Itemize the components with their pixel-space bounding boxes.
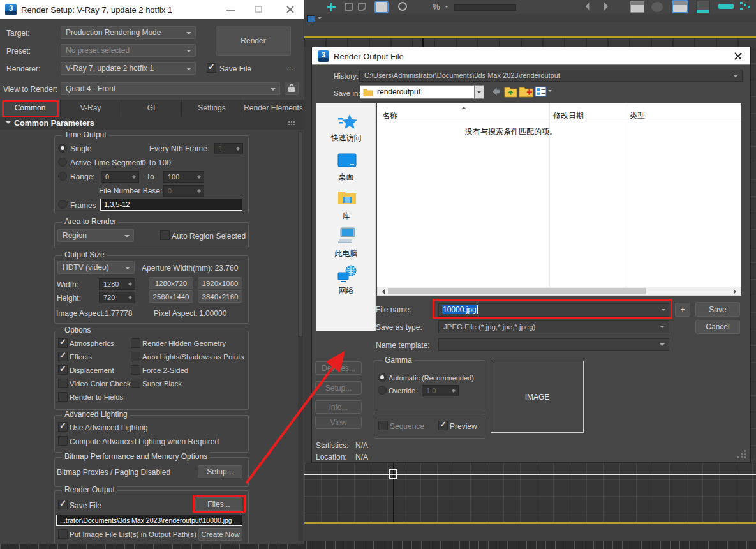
- preset-3840x2160-button[interactable]: 3840x2160: [198, 290, 242, 303]
- use-advanced-lighting-checkbox[interactable]: [58, 422, 68, 432]
- back-arrow-icon[interactable]: [491, 86, 501, 97]
- column-header-type[interactable]: 类型: [630, 110, 645, 121]
- renderer-dropdown[interactable]: V-Ray 7, update 2 hotfix 1: [61, 62, 196, 75]
- column-header-name[interactable]: 名称: [382, 110, 397, 121]
- create-new-folder-icon[interactable]: [519, 86, 533, 98]
- percent-snap-icon[interactable]: %: [433, 2, 440, 11]
- render-output-save-file-checkbox[interactable]: [58, 500, 68, 509]
- spinner-arrows-icon[interactable]: [128, 280, 134, 289]
- viewport-grid[interactable]: [304, 463, 756, 522]
- spinner-arrows-icon[interactable]: [196, 172, 203, 181]
- libraries-icon[interactable]: [337, 189, 357, 206]
- close-icon[interactable]: [285, 4, 295, 15]
- sidebar-item-libraries[interactable]: 库: [316, 211, 376, 222]
- lock-view-button[interactable]: [285, 82, 299, 95]
- sidebar-item-this-pc[interactable]: 此电脑: [316, 248, 376, 259]
- resize-grip-icon[interactable]: [741, 453, 743, 455]
- sidebar-item-quick-access[interactable]: 快速访问: [316, 133, 376, 144]
- maximize-icon[interactable]: [255, 6, 262, 13]
- angle-snap-icon[interactable]: [358, 3, 366, 11]
- select-and-move-icon[interactable]: [327, 3, 336, 11]
- atmospherics-checkbox[interactable]: [58, 338, 68, 348]
- gamma-automatic-radio[interactable]: [378, 373, 387, 382]
- panel-scrollbar[interactable]: [298, 131, 303, 541]
- render-setup-icon[interactable]: [672, 0, 688, 13]
- common-parameters-rollout[interactable]: Common Parameters: [0, 117, 304, 130]
- up-one-level-icon[interactable]: [504, 86, 517, 98]
- scroll-right-icon[interactable]: [734, 289, 739, 294]
- percent-snap-flyout-icon[interactable]: [445, 6, 448, 10]
- increment-button[interactable]: +: [675, 303, 690, 317]
- rendered-frame-window-icon[interactable]: [718, 4, 734, 9]
- file-list[interactable]: 名称 修改日期 类型 没有与搜索条件匹配的项。: [377, 103, 741, 287]
- cancel-button[interactable]: Cancel: [695, 320, 740, 334]
- save-as-type-dropdown[interactable]: JPEG File (*.jpg,*.jpe,*.jpeg): [438, 320, 669, 333]
- quick-access-icon[interactable]: [337, 113, 359, 131]
- info-button[interactable]: Info...: [315, 400, 362, 414]
- spinner-arrows-icon[interactable]: [196, 186, 203, 195]
- output-path-field[interactable]: ...trator\Documents\3ds Max 2023\rendero…: [56, 515, 242, 526]
- active-segment-radio[interactable]: [58, 158, 67, 167]
- height-spinner[interactable]: 720: [99, 292, 135, 303]
- spinner-arrows-icon[interactable]: [235, 144, 242, 153]
- gamma-override-spinner[interactable]: 1.0: [422, 385, 459, 396]
- render-production-icon[interactable]: [740, 2, 743, 4]
- range-to-spinner[interactable]: 100: [163, 171, 204, 183]
- active-tool-icon[interactable]: [374, 1, 389, 13]
- snaps-toggle-icon[interactable]: [345, 3, 353, 11]
- scroll-left-icon[interactable]: [380, 289, 385, 294]
- range-radio[interactable]: [58, 172, 67, 181]
- align-icon[interactable]: [598, 2, 608, 11]
- view-menu-caret-icon[interactable]: [548, 90, 552, 94]
- output-file-titlebar[interactable]: 3 Render Output File: [312, 47, 750, 65]
- panel-scrollbar-thumb[interactable]: [299, 132, 302, 336]
- video-color-check-checkbox[interactable]: [58, 379, 68, 388]
- devices-button[interactable]: Devices...: [315, 361, 362, 375]
- tab-render-elements[interactable]: Render Elements: [242, 100, 304, 117]
- preset-dropdown[interactable]: No preset selected: [61, 44, 196, 57]
- preview-checkbox[interactable]: [438, 421, 448, 430]
- more-button[interactable]: ...: [286, 63, 293, 72]
- material-editor-icon[interactable]: [696, 1, 710, 13]
- tab-gi[interactable]: GI: [121, 100, 182, 117]
- put-image-list-checkbox[interactable]: [58, 529, 68, 539]
- setup-button[interactable]: Setup...: [315, 381, 362, 395]
- bitmap-setup-button[interactable]: Setup...: [198, 465, 242, 478]
- close-icon[interactable]: [733, 51, 743, 61]
- file-number-base-spinner[interactable]: 0: [163, 185, 204, 197]
- curve-editor-icon[interactable]: [651, 1, 663, 13]
- force-2-sided-checkbox[interactable]: [131, 365, 140, 375]
- preset-2560x1440-button[interactable]: 2560x1440: [149, 290, 193, 303]
- effects-checkbox[interactable]: [58, 352, 68, 361]
- name-template-dropdown[interactable]: [438, 338, 669, 351]
- layer-explorer-icon[interactable]: [630, 1, 644, 13]
- render-button[interactable]: Render: [216, 26, 291, 56]
- save-button[interactable]: Save: [695, 302, 740, 317]
- network-icon[interactable]: [337, 265, 357, 283]
- output-size-preset-dropdown[interactable]: HDTV (video): [57, 261, 135, 274]
- rollout-drag-handle-icon[interactable]: [288, 121, 290, 123]
- every-nth-spinner[interactable]: 1: [214, 143, 243, 154]
- horizontal-scrollbar[interactable]: [377, 287, 741, 296]
- viewport-layout-caret-icon[interactable]: [318, 17, 322, 21]
- sequence-checkbox[interactable]: [378, 421, 388, 430]
- preset-1280x720-button[interactable]: 1280x720: [149, 277, 193, 289]
- target-dropdown[interactable]: Production Rendering Mode: [61, 26, 196, 39]
- select-and-rotate-icon[interactable]: [398, 2, 407, 11]
- mirror-icon[interactable]: [586, 2, 596, 11]
- single-radio[interactable]: [58, 144, 67, 153]
- render-to-fields-checkbox[interactable]: [58, 392, 68, 402]
- minimize-icon[interactable]: [226, 10, 235, 11]
- render-setup-titlebar[interactable]: 3 Render Setup: V-Ray 7, update 2 hotfix…: [0, 0, 304, 19]
- spinner-arrows-icon[interactable]: [451, 386, 457, 395]
- scroll-thumb[interactable]: [388, 288, 646, 294]
- view-button[interactable]: View: [315, 416, 362, 429]
- displacement-checkbox[interactable]: [58, 365, 68, 375]
- history-dropdown[interactable]: C:\Users\Administrator\Documents\3ds Max…: [359, 70, 743, 82]
- create-now-button[interactable]: Create Now: [198, 528, 242, 541]
- width-spinner[interactable]: 1280: [99, 278, 135, 290]
- spinner-arrows-icon[interactable]: [131, 172, 138, 181]
- area-mode-dropdown[interactable]: Region: [57, 229, 134, 242]
- super-black-checkbox[interactable]: [131, 379, 140, 388]
- spinner-arrows-icon[interactable]: [128, 293, 134, 302]
